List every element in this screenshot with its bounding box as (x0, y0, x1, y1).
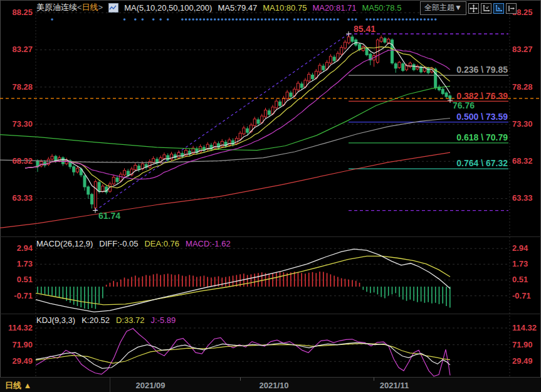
signal-dot (218, 18, 220, 21)
signal-dot (398, 18, 401, 21)
macd-axis-left-2: 1.73 (0, 259, 33, 268)
candle-body (235, 139, 238, 144)
macd-header: MACD(26,12,9) DIFF:-0.05 DEA:0.76 MACD:-… (36, 239, 231, 248)
signal-dot (424, 18, 426, 21)
candle-body (243, 128, 245, 134)
candle-body (297, 83, 299, 90)
axis-separator (110, 378, 110, 392)
ma5-value: MA5:79.47 (218, 3, 257, 13)
k-line (36, 342, 450, 368)
candle-body (94, 182, 97, 208)
macd-axis-left-1: 2.94 (0, 243, 33, 253)
signal-dot (253, 18, 256, 21)
candle-body (116, 178, 118, 182)
kdj-d-value: D:33.72 (116, 315, 145, 325)
macd-dea-value: DEA:0.76 (144, 239, 179, 248)
chart-type-icon[interactable] (108, 3, 118, 13)
signal-dot (283, 18, 285, 21)
candle-body (91, 194, 93, 204)
kdj-axis-right-1: 114.32 (512, 323, 537, 332)
signal-dot (373, 18, 376, 21)
trading-app-window: 美原油连续<日线> MA(5,10,20,50,100,200) MA5:79.… (0, 0, 541, 392)
candle-body (387, 39, 390, 43)
signal-dot (257, 18, 260, 21)
candle-body (286, 92, 288, 99)
price-axis-left-2: 83.27 (0, 45, 33, 54)
fib-label-0236: 0.236 \ 79.85 (349, 65, 508, 75)
candle-body (308, 74, 310, 81)
diff-line (36, 249, 450, 312)
signal-dot (275, 18, 278, 21)
exit-icon[interactable] (506, 3, 517, 14)
candle-body (228, 140, 231, 145)
dea-line (36, 256, 450, 305)
candle-body (61, 158, 64, 164)
macd-panel (36, 249, 450, 312)
signal-dot (409, 18, 412, 21)
fib-label-0500: 0.500 \ 73.59 (349, 112, 508, 122)
signal-dot (228, 18, 231, 21)
macd-axis-right-3: 0.51 (512, 275, 528, 284)
d-line (36, 344, 450, 363)
signal-dot (387, 18, 390, 21)
price-axis-right-3: 78.28 (512, 82, 533, 92)
signal-dot (394, 18, 397, 21)
signal-dot (243, 18, 245, 21)
signal-dots (51, 18, 436, 21)
signal-dot (365, 18, 368, 21)
candle-body (246, 129, 249, 132)
kdj-axis-left-2: 71.90 (0, 340, 33, 349)
kdj-params: KDJ(9,3,3) (36, 315, 75, 325)
signal-dot (300, 18, 303, 21)
macd-axis-right-2: 1.73 (512, 259, 528, 268)
signal-dot (206, 18, 209, 21)
period-label[interactable]: 日线 (82, 3, 98, 12)
candle-body (51, 156, 53, 159)
pan-icon[interactable] (468, 3, 479, 14)
signal-dot (293, 18, 296, 21)
time-axis-bar: 日线 ▲ 2021/09 2021/10 2021/11 (0, 377, 541, 392)
signal-dot (134, 18, 137, 21)
candle-body (134, 165, 137, 169)
bottom-period-toggle[interactable]: 日线 ▲ (5, 380, 31, 391)
signal-dot (304, 18, 307, 21)
last-price-label: 76.76 (453, 100, 475, 110)
kdj-axis-left-3: 29.49 (0, 356, 33, 366)
price-axis-right-5: 68.32 (512, 156, 533, 166)
signal-dot (181, 18, 184, 21)
theme-selector-dropdown[interactable]: 全部主题▼ (420, 1, 466, 15)
chart-controls: 全部主题▼ (420, 1, 517, 15)
signal-dot (384, 18, 386, 21)
price-axis-left-3: 78.28 (0, 82, 33, 92)
candle-body (365, 48, 368, 55)
signal-dot (297, 18, 300, 21)
signal-dot (330, 18, 332, 21)
macd-params: MACD(26,12,9) (36, 239, 93, 248)
kdj-panel (36, 329, 450, 376)
candle-body (120, 174, 122, 181)
axis-scale-icon[interactable] (481, 3, 491, 14)
chart-canvas[interactable] (0, 0, 541, 392)
signal-dot (431, 18, 433, 21)
candle-body (318, 65, 321, 72)
candle-body (391, 40, 393, 63)
signal-dot (308, 18, 310, 21)
signal-dot (315, 18, 317, 21)
candle-body (177, 152, 180, 157)
axis-indicator-icon[interactable] (493, 3, 504, 14)
price-axis-right-6: 63.33 (512, 193, 533, 203)
candle-body (279, 102, 281, 105)
swing-low-label: 61.74 (98, 211, 120, 221)
signal-dot (351, 18, 354, 21)
j-line (36, 329, 450, 376)
signal-dot (210, 18, 213, 21)
signal-dot (322, 18, 325, 21)
candle-body (163, 155, 165, 159)
signal-dot (434, 18, 437, 21)
signal-dot (261, 18, 263, 21)
signal-dot (402, 18, 404, 21)
date-label-oct: 2021/10 (249, 381, 299, 390)
signal-dot (268, 18, 270, 21)
signal-dot (377, 18, 379, 21)
signal-dot (326, 18, 328, 21)
